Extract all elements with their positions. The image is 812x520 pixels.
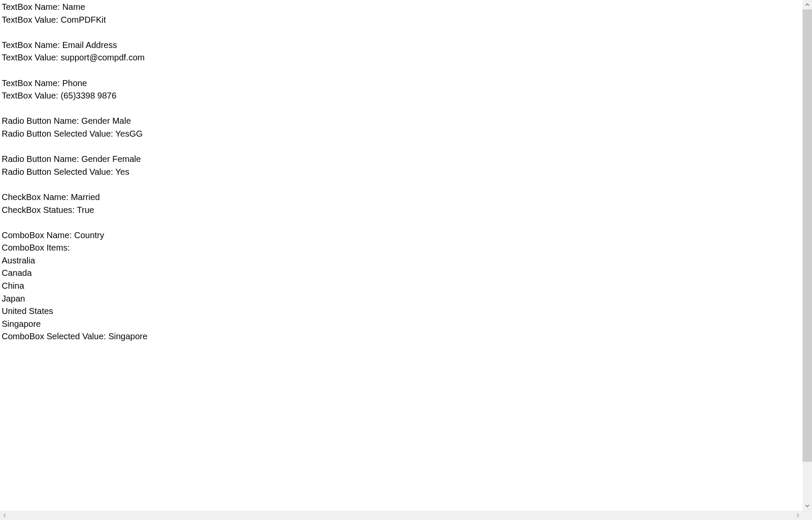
horizontal-scrollbar[interactable] <box>0 511 803 520</box>
field-value-line: CheckBox Statues: True <box>2 204 801 217</box>
field-value-line: TextBox Value: ComPDFKit <box>2 14 801 27</box>
combobox-item: Canada <box>2 267 801 280</box>
combobox-item: Japan <box>2 293 801 305</box>
scroll-left-button[interactable] <box>0 511 9 520</box>
vertical-scroll-track[interactable] <box>803 9 812 501</box>
scroll-up-button[interactable] <box>803 0 812 9</box>
combobox-name-line: ComboBox Name: Country <box>2 229 801 242</box>
field-value-line: TextBox Value: support@compdf.com <box>2 51 801 64</box>
combobox-item: United States <box>2 305 801 318</box>
field-value-line: Radio Button Selected Value: YesGG <box>2 128 801 140</box>
field-name-line: CheckBox Name: Married <box>2 191 801 204</box>
blank-line <box>2 26 801 39</box>
blank-line <box>2 64 801 77</box>
chevron-up-icon <box>805 3 809 7</box>
vertical-scrollbar[interactable] <box>803 0 812 511</box>
blank-line <box>2 102 801 115</box>
combobox-selected-line: ComboBox Selected Value: Singapore <box>2 330 801 343</box>
field-name-line: Radio Button Name: Gender Male <box>2 115 801 128</box>
field-name-line: Radio Button Name: Gender Female <box>2 153 801 166</box>
document-content: TextBox Name: NameTextBox Value: ComPDFK… <box>0 0 803 511</box>
field-name-line: TextBox Name: Phone <box>2 77 801 90</box>
blank-line <box>2 140 801 153</box>
combobox-item: Australia <box>2 254 801 267</box>
scroll-down-button[interactable] <box>803 501 812 511</box>
chevron-right-icon <box>796 513 800 517</box>
blank-line <box>2 216 801 229</box>
field-name-line: TextBox Name: Name <box>2 1 801 14</box>
chevron-down-icon <box>805 504 809 508</box>
chevron-left-icon <box>3 513 7 517</box>
horizontal-scroll-track[interactable] <box>9 511 793 520</box>
vertical-scroll-thumb[interactable] <box>803 9 812 462</box>
field-value-line: Radio Button Selected Value: Yes <box>2 166 801 179</box>
field-name-line: TextBox Name: Email Address <box>2 39 801 52</box>
combobox-item: China <box>2 280 801 293</box>
combobox-items-label: ComboBox Items: <box>2 242 801 254</box>
scrollbar-corner <box>803 511 812 520</box>
combobox-item: Singapore <box>2 318 801 331</box>
scroll-right-button[interactable] <box>793 511 803 520</box>
field-value-line: TextBox Value: (65)3398 9876 <box>2 90 801 102</box>
blank-line <box>2 178 801 191</box>
